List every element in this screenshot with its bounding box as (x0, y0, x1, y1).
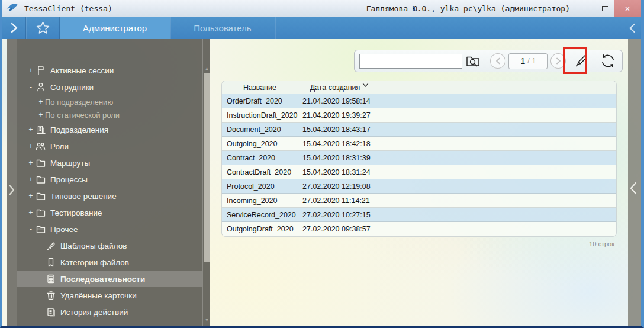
main-panel: 1 / 1 (210, 39, 628, 326)
pencil-icon (573, 53, 590, 69)
table-row[interactable]: Protocol_202027.02.2020 12:19:08 (222, 179, 616, 194)
sidebar-scrollbar[interactable]: ▲ ▼ (202, 39, 210, 326)
table-row[interactable]: OrderDraft_202021.04.2020 19:58:14 (222, 94, 616, 108)
sidebar-item-прочее[interactable]: -Прочее (17, 221, 202, 237)
favorites-button[interactable] (26, 17, 59, 39)
expand-icon[interactable]: + (27, 142, 35, 150)
sidebar-item-история-действий[interactable]: История действий (17, 304, 202, 320)
sidebar-item-label: Типовое решение (50, 192, 117, 201)
nav-back-button[interactable] (623, 17, 641, 39)
table-row[interactable]: Contract_202015.04.2020 18:31:39 (222, 151, 616, 165)
sidebar-item-маршруты[interactable]: +Маршруты (17, 155, 202, 171)
scroll-up-icon[interactable]: ▲ (204, 66, 210, 70)
nav-forward-button[interactable] (2, 17, 25, 39)
collapse-icon[interactable]: - (27, 225, 35, 233)
table-row[interactable]: ServiceRecord_202027.02.2020 10:27:15 (222, 208, 616, 222)
sidebar-item-label: По статической роли (45, 111, 120, 120)
app-logo-bird-icon (7, 4, 18, 13)
collapse-icon[interactable]: - (27, 83, 35, 91)
advanced-search-button[interactable] (462, 52, 485, 70)
sidebar-collapse-handle[interactable] (7, 39, 17, 326)
expand-icon[interactable]: + (27, 126, 35, 134)
column-header-name[interactable]: Название (222, 81, 298, 94)
flag-icon (35, 65, 46, 76)
calculator-icon (45, 274, 56, 285)
sidebar-item-типовое-решение[interactable]: +Типовое решение (17, 188, 202, 204)
table-row[interactable]: Incoming_202027.02.2020 11:14:21 (222, 194, 616, 208)
sidebar-item-активные-сессии[interactable]: +Активные сессии (17, 62, 202, 79)
table-row[interactable]: Outgoing_202015.04.2020 18:42:18 (222, 137, 616, 151)
sidebar-item-label: Прочее (50, 225, 78, 234)
sidebar-item-роли[interactable]: +Роли (17, 138, 202, 155)
maximize-button[interactable] (596, 0, 614, 17)
expand-icon[interactable]: + (37, 111, 45, 119)
cell-name: Document_2020 (222, 126, 298, 134)
sidebar-item-тестирование[interactable]: +Тестирование (17, 204, 202, 221)
search-input[interactable] (360, 54, 462, 68)
table-row[interactable]: OutgoingDraft_202027.02.2020 09:38:57 (222, 222, 616, 236)
chevron-left-icon (629, 23, 636, 33)
row-count-label: 10 строк (221, 240, 617, 247)
sidebar-item-по-подразделению[interactable]: +По подразделению (17, 95, 202, 108)
cell-name: OrderDraft_2020 (222, 97, 298, 105)
scroll-down-icon[interactable]: ▼ (204, 318, 210, 322)
expand-icon[interactable]: + (27, 66, 35, 75)
tab-user[interactable]: Пользователь (170, 17, 275, 39)
expand-icon[interactable]: + (27, 192, 35, 200)
expand-icon[interactable]: + (27, 159, 35, 167)
sidebar-item-сотрудники[interactable]: -Сотрудники (17, 79, 202, 95)
next-page-button[interactable] (550, 53, 566, 69)
right-panel-collapse-handle[interactable] (628, 39, 641, 326)
folder-icon (35, 191, 46, 202)
tab-administrator[interactable]: Администратор (60, 17, 170, 39)
search-box (359, 54, 462, 69)
expand-icon[interactable]: + (37, 98, 45, 106)
close-button[interactable]: ✕ (614, 0, 641, 17)
cell-created-date: 27.02.2020 10:27:15 (298, 211, 371, 219)
cell-created-date: 27.02.2020 09:38:57 (298, 225, 371, 233)
chevron-left-icon (629, 181, 637, 195)
pencil-icon (45, 240, 56, 252)
sidebar-item-label: История действий (60, 308, 128, 317)
sidebar-item-категории-файлов[interactable]: Категории файлов (17, 254, 202, 271)
cell-created-date: 15.04.2020 18:42:18 (298, 140, 371, 148)
cell-created-date: 27.02.2020 12:19:08 (298, 182, 371, 191)
expand-icon[interactable]: + (27, 175, 35, 184)
sidebar-item-label: Шаблоны файлов (60, 242, 127, 250)
minimize-button[interactable]: – (578, 0, 596, 17)
cell-name: OutgoingDraft_2020 (222, 225, 298, 233)
folder-icon (35, 207, 46, 218)
table-row[interactable]: Document_202015.04.2020 18:43:17 (222, 123, 616, 137)
table-row[interactable]: ContractDraft_202015.04.2020 18:31:24 (222, 165, 616, 179)
sidebar: +Активные сессии-Сотрудники+По подраздел… (7, 39, 210, 326)
sidebar-item-процессы[interactable]: +Процессы (17, 171, 202, 188)
roles-icon (35, 141, 46, 152)
sidebar-item-label: Категории файлов (60, 258, 129, 267)
scrollbar-thumb[interactable] (204, 73, 210, 262)
sidebar-item-шаблоны-файлов[interactable]: Шаблоны файлов (17, 237, 202, 254)
sidebar-item-по-статической-роли[interactable]: +По статической роли (17, 108, 202, 121)
column-header-created[interactable]: Дата создания (298, 81, 372, 94)
sidebar-item-label: Процессы (50, 175, 88, 184)
sidebar-item-label: Тестирование (50, 208, 102, 217)
title-bar: TessaClient (tessa) Галлямова Ю.О., ylka… (2, 0, 641, 17)
sidebar-item-подразделения[interactable]: +Подразделения (17, 121, 202, 138)
table-row[interactable]: InstructionDraft_202021.04.2020 19:39:27 (222, 108, 616, 123)
folder-search-icon (465, 53, 481, 69)
refresh-button[interactable] (597, 51, 619, 71)
user-info: Галлямова Ю.О., ylka-pc\ylka (администра… (366, 4, 570, 13)
cell-name: Outgoing_2020 (222, 140, 298, 148)
folder-icon (35, 174, 46, 185)
prev-page-button[interactable] (490, 53, 505, 69)
cell-name: ContractDraft_2020 (222, 168, 298, 176)
sidebar-item-последовательности[interactable]: Последовательности (17, 271, 202, 287)
sort-chevron-down-icon[interactable] (362, 83, 369, 88)
sidebar-item-label: Сотрудники (50, 83, 94, 92)
expand-icon[interactable]: + (27, 208, 35, 217)
edit-button[interactable] (571, 51, 591, 71)
page-indicator: 1 / 1 (508, 53, 548, 69)
maximize-icon (602, 6, 608, 11)
cell-name: Incoming_2020 (222, 197, 298, 205)
sidebar-item-удалённые-карточки[interactable]: Удалённые карточки (17, 287, 202, 304)
building-icon (35, 124, 46, 136)
